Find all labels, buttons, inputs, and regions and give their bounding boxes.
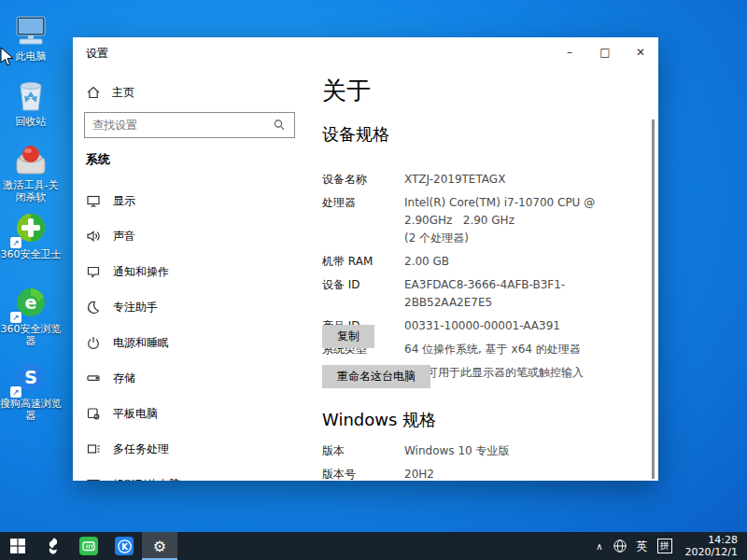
sidebar-item-multitasking[interactable]: 多任务处理 [73,431,306,467]
windows-logo-icon [10,539,25,553]
desktop-icon-label: 360安全卫士 [0,248,62,260]
activation-tool-icon [12,142,49,177]
sidebar-item-label: 电源和睡眠 [113,335,169,351]
spec-label: 处理器 [322,194,404,247]
sidebar-item-label: 声音 [113,229,135,245]
sidebar-item-display[interactable]: 显示 [73,183,306,218]
windows-spec-heading: Windows 规格 [322,409,436,431]
spec-value: 20H2 [404,466,434,481]
close-button[interactable]: ✕ [623,37,658,67]
this-pc-icon [12,13,49,49]
taskbar-app-360-swirl[interactable] [35,532,71,560]
svg-text:S: S [24,367,37,387]
system-tray: ∧ 英 拼 14:28 2020/12/1 [596,532,747,560]
desktop-icon-360-browser[interactable]: e ↗ 360安全浏览器 [0,286,62,347]
spec-value: EA3FDAC8-3666-4AFB-B3F1-2BB52AA2E7E5 [404,276,644,312]
minimize-button[interactable]: – [552,37,587,67]
sidebar-item-projecting[interactable]: 投影到此电脑 [73,467,306,481]
taskbar-app-green-video[interactable] [71,532,106,560]
window-scrollbar[interactable] [652,119,655,479]
spec-value: XTZJ-2019TETAGX [404,171,505,189]
copy-button[interactable]: 复制 [322,325,374,348]
tablet-icon [86,406,101,421]
sidebar-item-label: 存储 [113,371,135,386]
desktop-icon-360-safe[interactable]: ↗ 360安全卫士 [0,211,62,260]
green-app-icon [79,537,98,555]
window-title: 设置 [86,46,108,62]
sidebar-item-power-sleep[interactable]: 电源和睡眠 [73,325,306,360]
tray-chevron-icon[interactable]: ∧ [596,541,602,552]
clock-time: 14:28 [685,534,738,546]
sidebar-item-tablet[interactable]: 平板电脑 [73,396,306,431]
spec-value: Windows 10 专业版 [404,442,509,460]
spec-value: Intel(R) Core(TM) i7-10700 CPU @ 2.90GHz… [404,194,644,247]
spec-row-device-name: 设备名称 XTZJ-2019TETAGX [322,171,644,189]
shortcut-arrow-icon: ↗ [10,312,21,323]
shortcut-arrow-icon: ↗ [10,386,21,398]
speaker-icon [86,229,101,244]
spec-label: 设备名称 [322,171,404,189]
search-icon[interactable] [270,118,290,133]
search-input[interactable] [85,119,270,132]
svg-text:K: K [121,542,128,552]
desktop-icon-activation-tool[interactable]: 激活工具-关闭杀软 [0,142,62,203]
home-icon [86,85,101,100]
processor-line2: (2 个处理器) [404,230,644,247]
desktop-icon-label: 回收站 [0,116,62,128]
ime-mode-icon[interactable]: 拼 [657,539,672,553]
sidebar-item-notifications[interactable]: 通知和操作 [73,254,306,289]
taskbar: K ⚙ ∧ 英 拼 14:28 2020/12/1 [0,532,747,560]
360-safe-icon: ↗ [12,211,49,246]
sidebar-item-focus-assist[interactable]: 专注助手 [73,289,306,325]
sidebar-home-label: 主页 [112,85,134,101]
spec-label: 机带 RAM [322,253,404,271]
sidebar-nav: 显示 声音 通知和操作 专注助手 [73,183,306,481]
spec-value: 00331-10000-00001-AA391 [404,317,560,335]
sidebar-item-home[interactable]: 主页 [86,80,134,105]
desktop-icon-label: 360安全浏览器 [0,323,62,347]
settings-search-box[interactable] [84,112,295,138]
projecting-icon [86,477,101,481]
desktop-icon-sogou-browser[interactable]: S ↗ 搜狗高速浏览器 [0,360,62,422]
sidebar-section-label: 系统 [86,151,110,168]
360-browser-icon: e ↗ [12,286,49,321]
sidebar-item-label: 多任务处理 [113,441,169,457]
svg-text:e: e [25,292,37,313]
swirl-app-icon [44,537,63,555]
device-spec-heading: 设备规格 [322,123,389,146]
spec-label: 版本 [322,442,404,460]
sidebar-item-sound[interactable]: 声音 [73,218,306,254]
sidebar-item-storage[interactable]: 存储 [73,360,306,396]
window-titlebar[interactable]: 设置 – □ ✕ [73,37,658,67]
storage-icon [86,371,101,385]
language-indicator[interactable]: 英 [637,539,648,554]
start-button[interactable] [0,532,35,560]
mouse-cursor [0,47,15,67]
taskbar-app-settings[interactable]: ⚙ [142,532,177,560]
spec-label: 设备 ID [322,276,404,312]
sidebar-item-label: 专注助手 [113,300,158,315]
taskbar-clock[interactable]: 14:28 2020/12/1 [682,534,738,558]
taskbar-app-kugou[interactable]: K [106,532,142,560]
rename-pc-button[interactable]: 重命名这台电脑 [322,365,430,388]
desktop-icon-recycle-bin[interactable]: 回收站 [0,78,62,128]
desktop-icon-label: 激活工具-关闭杀软 [0,179,62,203]
moon-icon [86,300,101,315]
clock-date: 2020/12/1 [685,546,738,558]
desktop-icon-label: 搜狗高速浏览器 [0,398,62,422]
page-title: 关于 [322,75,371,107]
spec-row-ram: 机带 RAM 2.00 GB [322,253,644,271]
maximize-button[interactable]: □ [587,37,623,67]
sidebar-item-label: 显示 [113,193,135,209]
network-globe-icon[interactable] [613,539,627,553]
spec-value: 64 位操作系统, 基于 x64 的处理器 [404,341,581,358]
windows-specs-table: 版本 Windows 10 专业版 版本号 20H2 [322,442,644,481]
k-app-icon: K [115,537,134,555]
spec-row-device-id: 设备 ID EA3FDAC8-3666-4AFB-B3F1-2BB52AA2E7… [322,276,644,312]
spec-value: 没有可用于此显示器的笔或触控输入 [404,364,584,382]
notification-icon [86,264,101,279]
power-icon [86,335,101,350]
spec-row-edition: 版本 Windows 10 专业版 [322,442,644,460]
processor-line1: Intel(R) Core(TM) i7-10700 CPU @ 2.90GHz… [404,194,644,230]
desktop-background: 此电脑 回收站 激活工具-关闭杀软 [0,0,747,560]
